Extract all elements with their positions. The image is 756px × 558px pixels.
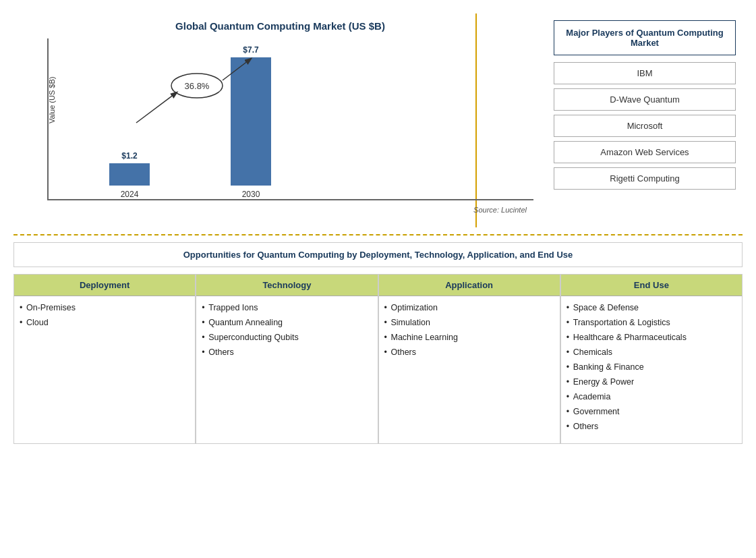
enduse-item-0: Space & Defense bbox=[566, 303, 736, 312]
opportunities-title: Opportunities for Quantum Computing by D… bbox=[25, 250, 731, 260]
columns-container: Deployment On-Premises Cloud Technology … bbox=[13, 274, 743, 444]
bar-2030-value: $7.7 bbox=[243, 45, 258, 55]
enduse-item-5: Energy & Power bbox=[566, 377, 736, 387]
technology-item-2: Superconducting Qubits bbox=[202, 333, 372, 342]
technology-header: Technology bbox=[196, 275, 377, 296]
bar-2024-value: $1.2 bbox=[121, 151, 137, 161]
bar-2024-year: 2024 bbox=[121, 190, 139, 199]
bar-2024: $1.2 2024 bbox=[109, 45, 150, 199]
enduse-body: Space & Defense Transportation & Logisti… bbox=[561, 296, 742, 443]
player-microsoft: Microsoft bbox=[554, 115, 736, 137]
application-item-3: Others bbox=[384, 347, 554, 357]
chart-area: Global Quantum Computing Market (US $B) … bbox=[13, 13, 547, 227]
application-item-1: Simulation bbox=[384, 318, 554, 327]
player-aws: Amazon Web Services bbox=[554, 141, 736, 163]
bar-2024-rect bbox=[109, 163, 150, 186]
svg-point-0 bbox=[171, 74, 223, 98]
enduse-item-2: Healthcare & Pharmaceuticals bbox=[566, 333, 736, 342]
opportunities-section: Opportunities for Quantum Computing by D… bbox=[13, 242, 743, 267]
bar-2030-year: 2030 bbox=[242, 190, 260, 199]
application-item-2: Machine Learning bbox=[384, 333, 554, 342]
technology-column: Technology Trapped Ions Quantum Annealin… bbox=[196, 274, 378, 444]
svg-text:36.8%: 36.8% bbox=[185, 81, 210, 91]
technology-item-0: Trapped Ions bbox=[202, 303, 372, 312]
source-text: Source: Lucintel bbox=[27, 206, 527, 214]
application-header: Application bbox=[379, 275, 560, 296]
application-column: Application Optimization Simulation Mach… bbox=[378, 274, 560, 444]
enduse-item-6: Academia bbox=[566, 392, 736, 401]
enduse-item-1: Transportation & Logistics bbox=[566, 318, 736, 327]
technology-item-3: Others bbox=[202, 347, 372, 357]
bar-2030: $7.7 2030 bbox=[231, 45, 271, 199]
major-players-panel: Major Players of Quantum Computing Marke… bbox=[547, 13, 743, 227]
deployment-column: Deployment On-Premises Cloud bbox=[13, 274, 196, 444]
deployment-item-0: On-Premises bbox=[20, 303, 190, 312]
technology-item-1: Quantum Annealing bbox=[202, 318, 372, 327]
player-ibm: IBM bbox=[554, 62, 736, 84]
enduse-column: End Use Space & Defense Transportation &… bbox=[560, 274, 743, 444]
application-body: Optimization Simulation Machine Learning… bbox=[379, 296, 560, 443]
players-list: IBM D-Wave Quantum Microsoft Amazon Web … bbox=[554, 62, 736, 190]
application-item-0: Optimization bbox=[384, 303, 554, 312]
dashed-divider bbox=[13, 234, 743, 235]
technology-body: Trapped Ions Quantum Annealing Supercond… bbox=[196, 296, 377, 443]
deployment-item-1: Cloud bbox=[20, 318, 190, 327]
enduse-header: End Use bbox=[561, 275, 742, 296]
bar-2030-rect bbox=[231, 57, 271, 186]
deployment-body: On-Premises Cloud bbox=[14, 296, 195, 443]
player-dwave: D-Wave Quantum bbox=[554, 88, 736, 111]
player-rigetti: Rigetti Computing bbox=[554, 167, 736, 190]
chart-title: Global Quantum Computing Market (US $B) bbox=[27, 20, 533, 32]
enduse-item-7: Government bbox=[566, 407, 736, 416]
enduse-item-8: Others bbox=[566, 422, 736, 431]
deployment-header: Deployment bbox=[14, 275, 195, 296]
major-players-title: Major Players of Quantum Computing Marke… bbox=[554, 20, 736, 55]
enduse-item-4: Banking & Finance bbox=[566, 362, 736, 372]
enduse-item-3: Chemicals bbox=[566, 347, 736, 357]
